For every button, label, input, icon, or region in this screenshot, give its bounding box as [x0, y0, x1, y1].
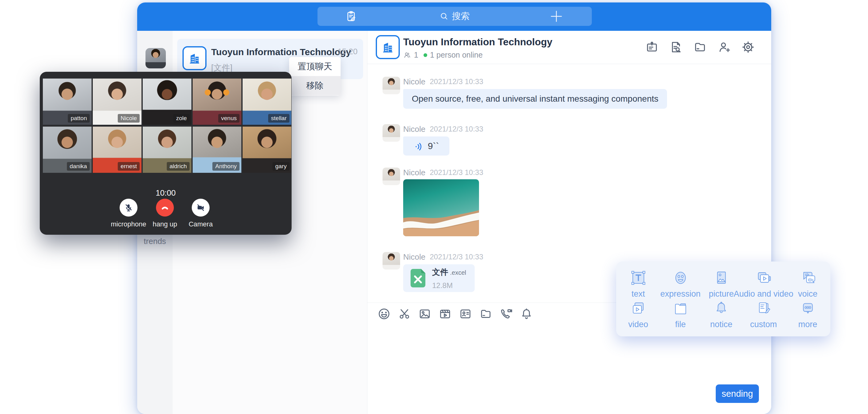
- group-avatar[interactable]: [376, 35, 400, 59]
- contact-card-icon[interactable]: [459, 307, 472, 321]
- video-call-icon[interactable]: [499, 307, 513, 321]
- participant-name: ernest: [118, 162, 140, 171]
- online-status: 1 person online: [430, 51, 483, 59]
- user-avatar[interactable]: [146, 48, 166, 68]
- text-icon: [630, 269, 647, 286]
- screenshot-stage: 搜索 trends: [0, 0, 868, 414]
- participant-name: stellar: [268, 114, 289, 123]
- microphone-toggle-button[interactable]: [120, 199, 137, 217]
- group-avatar: [183, 46, 207, 70]
- panel-item-custom[interactable]: custom: [742, 300, 785, 330]
- call-tile[interactable]: stellar: [243, 78, 291, 125]
- emoji-icon[interactable]: [377, 307, 391, 321]
- add-member-icon[interactable]: [717, 40, 731, 54]
- call-timer: 10:00: [40, 188, 291, 198]
- notice-icon: [713, 300, 730, 317]
- search-bar[interactable]: 搜索: [317, 7, 592, 26]
- call-tile[interactable]: patton: [43, 78, 92, 125]
- sender-name: Nicole: [403, 77, 425, 87]
- camera-toggle-button[interactable]: [192, 199, 210, 217]
- panel-item-audio-video[interactable]: Audio and video: [742, 269, 785, 300]
- file-bubble[interactable]: 文件.excel 12.8M: [403, 264, 475, 292]
- file-name: 文件: [432, 267, 448, 277]
- chat-history-search-icon[interactable]: [669, 40, 683, 54]
- image-bubble[interactable]: [403, 179, 479, 236]
- group-files-icon[interactable]: [693, 40, 707, 54]
- beach-photo: [403, 179, 479, 236]
- expression-icon: [672, 269, 689, 286]
- search-placeholder: 搜索: [452, 10, 470, 23]
- message-voice: Nicole2021/12/3 10:33 9``: [382, 124, 771, 156]
- group-call-window: patton Nicole zole venus stellar danika …: [40, 72, 291, 235]
- video-clip-icon[interactable]: [438, 307, 452, 321]
- chat-title: Tuoyun Information Technology: [403, 36, 552, 48]
- conversation-context-menu: 置顶聊天 移除: [289, 57, 341, 95]
- message-image: Nicole2021/12/3 10:33: [382, 167, 771, 236]
- sender-name: Nicole: [403, 252, 425, 262]
- participant-name: aldrich: [167, 162, 190, 171]
- call-tile[interactable]: Nicole: [93, 78, 142, 125]
- screenshot-icon[interactable]: [398, 307, 411, 321]
- file-size: 12.8M: [432, 281, 466, 290]
- settings-icon[interactable]: [741, 40, 755, 54]
- sender-avatar[interactable]: [382, 167, 400, 185]
- custom-icon: [755, 300, 772, 317]
- message-time: 2021/12/3 10:33: [430, 77, 483, 86]
- notification-icon[interactable]: [520, 307, 533, 321]
- sender-avatar[interactable]: [382, 124, 400, 142]
- panel-item-video[interactable]: video: [616, 300, 660, 330]
- participant-name: gary: [273, 162, 289, 171]
- panel-item-expression[interactable]: expression: [660, 269, 701, 300]
- message-time: 2021/12/3 10:33: [430, 168, 483, 177]
- member-count: 1: [414, 51, 418, 59]
- group-notice-icon[interactable]: [645, 40, 659, 54]
- voice-icon: [800, 269, 816, 286]
- call-tile[interactable]: venus: [193, 78, 241, 125]
- text-bubble[interactable]: Open source, free, and universal instant…: [403, 89, 667, 109]
- message-time: 2021/12/3 10:33: [430, 125, 483, 133]
- hang-up-button[interactable]: [156, 199, 174, 217]
- trends-label: trends: [137, 236, 173, 246]
- participant-name: venus: [218, 114, 240, 123]
- call-tile[interactable]: aldrich: [143, 127, 191, 173]
- voice-duration: 9``: [428, 141, 439, 151]
- send-button[interactable]: sending: [716, 384, 759, 403]
- call-tile[interactable]: Anthony: [193, 127, 241, 173]
- top-bar: 搜索: [137, 2, 771, 31]
- search-icon: [439, 12, 449, 21]
- menu-item-remove[interactable]: 移除: [289, 76, 341, 95]
- message-type-panel: text expression picture: [616, 261, 830, 337]
- chat-subtitle: 1 1 person online: [403, 51, 483, 59]
- call-tile[interactable]: danika: [43, 127, 92, 173]
- sender-avatar[interactable]: [382, 77, 400, 94]
- panel-item-text[interactable]: text: [616, 269, 660, 300]
- conversation-title: Tuoyun Information Technology: [211, 47, 351, 57]
- participant-name: Nicole: [118, 114, 140, 123]
- file-icon[interactable]: [479, 307, 493, 321]
- members-icon: [403, 51, 411, 59]
- camera-label: Camera: [176, 220, 225, 228]
- participant-name: Anthony: [212, 162, 240, 171]
- picture-icon: [713, 269, 730, 286]
- voice-bubble[interactable]: 9``: [403, 136, 450, 156]
- panel-item-file[interactable]: file: [660, 300, 701, 330]
- sender-avatar[interactable]: [382, 252, 400, 269]
- picture-icon[interactable]: [418, 307, 432, 321]
- call-tile[interactable]: gary: [243, 127, 291, 173]
- online-dot: [424, 53, 427, 57]
- panel-item-more[interactable]: more: [785, 300, 830, 330]
- menu-item-pin-chat[interactable]: 置顶聊天: [289, 57, 341, 76]
- panel-item-voice[interactable]: voice: [785, 269, 830, 300]
- file-ext: .excel: [450, 269, 466, 276]
- add-icon[interactable]: [549, 9, 564, 24]
- message-text: Nicole2021/12/3 10:33 Open source, free,…: [382, 77, 771, 109]
- excel-file-icon: [409, 268, 427, 288]
- call-tile[interactable]: ernest: [93, 127, 142, 173]
- file-icon: [672, 300, 689, 317]
- participant-name: zole: [173, 114, 190, 123]
- message-time: 2021/12/3 10:33: [430, 253, 483, 261]
- chat-header: Tuoyun Information Technology 1 1 person…: [367, 31, 771, 64]
- call-tile[interactable]: zole: [143, 78, 191, 125]
- conversation-time: 15:20: [338, 47, 358, 56]
- panel-item-notice[interactable]: notice: [701, 300, 742, 330]
